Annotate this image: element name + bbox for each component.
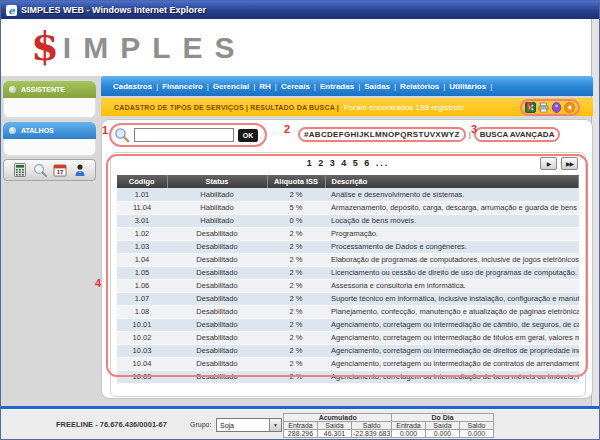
table-row[interactable]: 1.02Desabilitado2 %Programação. [117,227,579,240]
table-row[interactable]: 1.05Desabilitado2 %Licenciamento ou cess… [117,266,579,279]
cell-status: Desabilitado [167,357,267,370]
cell-aliquota: 0 % [267,214,325,227]
table-row[interactable]: 1.03Desabilitado2 %Processamento de Dado… [117,240,579,253]
cell-status: Desabilitado [167,266,267,279]
logo-text: IMPLES [63,29,247,67]
search-input[interactable] [134,128,234,142]
header-codigo[interactable]: Código [117,175,167,188]
cell-status: Desabilitado [167,227,267,240]
acumulado-entrada-value: 288.296 [284,430,318,438]
menu-item-cereais[interactable]: Cereais [281,82,310,91]
cell-descricao: Agenciamento, corretagem ou intermediaçã… [325,318,579,331]
menu-separator: | [207,82,209,91]
cell-codigo: 1.02 [117,227,167,240]
table-row[interactable]: 11.04Habilitado5 %Armazenamento, depósit… [117,201,579,214]
do-dia-entrada-value: 0.000 [392,430,426,438]
alphabet-filter-links[interactable]: #ABCDEFGHIJKLMNOPQRSTUVXWYZ [298,127,466,142]
table-row[interactable]: 10.02Desabilitado2 %Agenciamento, corret… [117,331,579,344]
menu-item-rh[interactable]: RH [259,82,271,91]
table-row[interactable]: 3.01Habilitado0 %Locação de bens móveis. [117,214,579,227]
menu-separator: | [394,82,396,91]
menu-separator: | [314,82,316,91]
menu-item-entradas[interactable]: Entradas [320,82,354,91]
cell-descricao: Agenciamento, corretagem ou intermediaçã… [325,370,579,383]
menu-item-financeiro[interactable]: Financeiro [162,82,202,91]
table-row[interactable]: 10.03Desabilitado2 %Agenciamento, corret… [117,344,579,357]
cell-aliquota: 2 % [267,344,325,357]
table-row[interactable]: 1.04Desabilitado2 %Elaboração de program… [117,253,579,266]
window-title: SIMPLES WEB - Windows Internet Explorer [21,5,206,15]
cell-codigo: 10.05 [117,370,167,383]
back-icon[interactable] [564,102,575,113]
cell-codigo: 10.04 [117,357,167,370]
cell-status: Desabilitado [167,331,267,344]
cell-descricao: Elaboração de programas de computadores,… [325,253,579,266]
chevron-down-icon: ▼ [269,419,281,431]
menu-bar: Cadastros|Financeiro|Gerencial|RH|Cereai… [101,76,593,96]
user-icon[interactable] [73,163,87,177]
acumulado-title: Acumulado [284,414,392,422]
simples-logo: $ IMPLES [31,25,247,67]
cell-aliquota: 2 % [267,357,325,370]
do-dia-header-saida: Saída [426,422,460,430]
print-icon[interactable] [538,102,549,113]
pagination-links[interactable]: 1 2 3 4 5 6 ... [111,158,585,168]
menu-item-cadastros[interactable]: Cadastros [113,82,152,91]
calendar-icon[interactable]: 17 [53,163,67,177]
menu-item-utilitários[interactable]: Utilitários [449,82,486,91]
cell-aliquota: 2 % [267,188,325,201]
grupo-select[interactable]: Soja ▼ [216,418,282,432]
cell-codigo: 3.01 [117,214,167,227]
do-dia-table: Do Dia Entrada Saída Saldo 0.000 0.000 0… [391,413,494,438]
annotation-4: 4 [95,277,101,289]
cell-aliquota: 2 % [267,305,325,318]
annotation-3: 3 [471,123,477,135]
cell-descricao: Agenciamento, corretagem ou intermediaçã… [325,357,579,370]
menu-separator: | [490,82,492,91]
cell-descricao: Armazenamento, depósito, carga, descarga… [325,201,579,214]
sidebar-item-assistente[interactable]: ASSISTENTE [3,81,96,98]
do-dia-title: Do Dia [392,414,494,422]
help-icon[interactable] [551,102,562,113]
menu-item-gerencial[interactable]: Gerencial [213,82,249,91]
acumulado-header-entrada: Entrada [284,422,318,430]
next-page-button[interactable]: ▶ [540,157,557,170]
cell-descricao: Agenciamento, corretagem ou intermediaçã… [325,331,579,344]
acumulado-saldo-value: -22.839.683 [352,430,392,438]
cell-descricao: Análise e desenvolvimento de sistemas. [325,188,579,201]
cell-aliquota: 2 % [267,279,325,292]
status-bar: FREELINE - 76.676.436/0001-67 Grupo: Soj… [1,409,600,440]
table-row[interactable]: 1.08Desabilitado2 %Planejamento, confecç… [117,305,579,318]
sidebar-item-atalhos[interactable]: ATALHOS [3,122,96,139]
sidebar-toolbar: 17 [3,159,96,181]
menu-item-relatórios[interactable]: Relatórios [400,82,439,91]
search-ok-button[interactable]: OK [238,129,258,142]
cell-status: Habilitado [167,188,267,201]
table-row[interactable]: 1.06Desabilitado2 %Assessoria e consulto… [117,279,579,292]
table-row[interactable]: 10.05Desabilitado2 %Agenciamento, corret… [117,370,579,383]
assistente-label: ASSISTENTE [21,86,65,93]
bullet-icon [9,127,16,134]
annotation-1: 1 [102,124,108,136]
menu-separator: | [358,82,360,91]
logo-area: $ IMPLES [1,19,593,76]
cell-descricao: Agenciamento, corretagem ou intermediaçã… [325,344,579,357]
main-content-panel: OK #ABCDEFGHIJKLMNOPQRSTUVXWYZ | BUSCA A… [101,119,593,399]
cell-status: Habilitado [167,201,267,214]
header-status[interactable]: Status [167,175,267,188]
do-dia-header-saldo: Saldo [460,422,494,430]
cell-aliquota: 2 % [267,370,325,383]
last-page-button[interactable]: ▶▶ [561,157,578,170]
search-tool-icon[interactable] [33,163,47,177]
table-row[interactable]: 1.01Habilitado2 %Análise e desenvolvimen… [117,188,579,201]
advanced-search-link[interactable]: BUSCA AVANÇADA [474,127,561,142]
calculator-icon[interactable] [13,163,27,177]
table-row[interactable]: 10.04Desabilitado2 %Agenciamento, corret… [117,357,579,370]
header-aliquota-iss[interactable]: Alíquota ISS [267,175,325,188]
menu-separator: | [443,82,445,91]
cell-status: Desabilitado [167,253,267,266]
menu-item-saídas[interactable]: Saídas [364,82,390,91]
header-descricao[interactable]: Descrição [325,175,579,188]
table-row[interactable]: 1.07Desabilitado2 %Suporte técnico em in… [117,292,579,305]
table-row[interactable]: 10.01Desabilitado2 %Agenciamento, corret… [117,318,579,331]
